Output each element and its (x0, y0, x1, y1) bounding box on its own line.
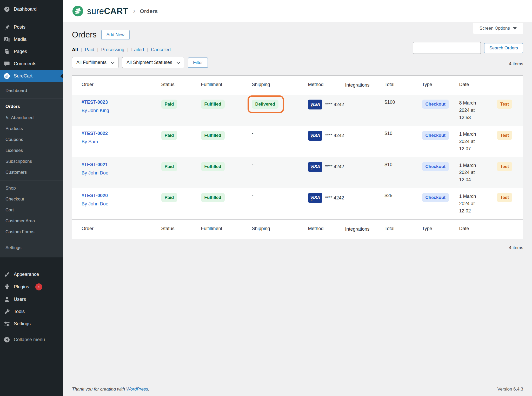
column-footer-shipping: Shipping (249, 219, 305, 239)
surecart-logo-icon (72, 5, 84, 17)
view-link-paid[interactable]: Paid (85, 47, 94, 53)
submenu-item-products[interactable]: Products (0, 123, 63, 134)
order-date: 8 March 2024 at 12:53 (459, 100, 483, 121)
sidebar-item-dashboard[interactable]: Dashboard (0, 3, 63, 15)
submenu-item-dashboard[interactable]: Dashboard (0, 85, 63, 96)
search-input[interactable] (413, 42, 481, 54)
sidebar-item-appearance[interactable]: Appearance (0, 268, 63, 281)
submenu-item-coupons[interactable]: Coupons (0, 134, 63, 145)
status-badge: Paid (161, 162, 177, 171)
search-cluster: Search Orders (413, 42, 523, 54)
submenu-item-subscriptions[interactable]: Subscriptions (0, 156, 63, 167)
comment-icon (4, 61, 10, 67)
sidebar-item-comments[interactable]: Comments (0, 58, 63, 70)
sidebar-item-tools[interactable]: Tools (0, 306, 63, 318)
items-count-top: 4 items (509, 61, 523, 67)
admin-sidebar: Dashboard Posts Media Pages (0, 0, 63, 396)
test-mode-badge: Test (497, 162, 513, 171)
submenu-item-custom-forms[interactable]: Custom Forms (0, 226, 63, 237)
submenu-item-licenses[interactable]: Licenses (0, 145, 63, 156)
footer-thanks: Thank you for creating with WordPress. (72, 387, 149, 392)
column-header-order: Order (72, 76, 158, 95)
sidebar-item-settings[interactable]: Settings (0, 318, 63, 330)
view-link-processing[interactable]: Processing (101, 47, 124, 53)
status-badge: Paid (161, 100, 177, 109)
column-footer-fulfillment: Fulfillment (198, 219, 249, 239)
test-mode-badge: Test (497, 100, 513, 109)
wordpress-link[interactable]: WordPress (126, 387, 148, 392)
order-link[interactable]: #TEST-0020 (82, 193, 155, 198)
visa-icon: VISA (308, 131, 322, 141)
status-badge: Paid (161, 193, 177, 202)
submenu-item-checkout[interactable]: Checkout (0, 194, 63, 205)
admin-menu: Dashboard Posts Media Pages (0, 0, 63, 346)
view-link-failed[interactable]: Failed (131, 47, 144, 53)
column-header-status: Status (158, 76, 198, 95)
table-footer-row: Order Status Fulfillment Shipping Method… (72, 219, 523, 239)
sidebar-item-label: Plugins (14, 284, 29, 290)
plugins-update-badge: 1 (35, 283, 42, 290)
filter-button[interactable]: Filter (188, 57, 208, 68)
order-link[interactable]: #TEST-0023 (82, 100, 155, 105)
submenu-divider (0, 99, 63, 99)
shipment-status-select[interactable]: All Shipment Statuses (122, 57, 184, 68)
collapse-menu-button[interactable]: Collapse menu (0, 334, 63, 346)
card-last4: **** 4242 (325, 164, 344, 170)
view-link-canceled[interactable]: Canceled (151, 47, 171, 53)
media-icon (4, 36, 10, 43)
column-header-integrations: Integrations (342, 76, 381, 95)
fulfillment-badge: Fulfilled (201, 131, 225, 140)
search-orders-button[interactable]: Search Orders (484, 43, 523, 53)
user-icon (4, 296, 10, 303)
submenu-item-customer-area[interactable]: Customer Area (0, 216, 63, 226)
sidebar-item-media[interactable]: Media (0, 33, 63, 46)
order-link[interactable]: #TEST-0021 (82, 162, 155, 167)
submenu-item-cart[interactable]: Cart (0, 205, 63, 216)
order-total: $10 (385, 131, 393, 136)
admin-menu-bottom: Appearance Plugins 1 Users (0, 268, 63, 346)
card-last4: **** 4242 (325, 102, 344, 107)
type-badge: Checkout (422, 193, 449, 202)
fulfillment-badge: Fulfilled (201, 100, 225, 109)
sidebar-item-plugins[interactable]: Plugins 1 (0, 281, 63, 293)
submenu-divider (0, 240, 63, 240)
card-last4: **** 4242 (325, 195, 344, 201)
submenu-item-abandoned[interactable]: ↳Abandoned (0, 112, 63, 123)
order-total: $25 (385, 193, 393, 198)
customer-link[interactable]: By John Doe (82, 170, 155, 176)
add-new-button[interactable]: Add New (101, 30, 130, 40)
sidebar-item-pages[interactable]: Pages (0, 46, 63, 58)
customer-link[interactable]: By John King (82, 108, 155, 113)
fulfillment-select[interactable]: All Fulfillments (72, 57, 118, 68)
customer-link[interactable]: By John Doe (82, 201, 155, 207)
surecart-icon (4, 73, 10, 79)
shipping-empty: - (252, 193, 254, 198)
integrations-cell (342, 126, 381, 157)
plugin-header: sureCART › Orders (63, 0, 532, 22)
order-link[interactable]: #TEST-0022 (82, 131, 155, 136)
submenu-item-orders[interactable]: Orders (0, 101, 63, 112)
column-header-method: Method (305, 76, 342, 95)
sidebar-item-users[interactable]: Users (0, 293, 63, 306)
sidebar-item-posts[interactable]: Posts (0, 21, 63, 33)
shipping-badge: Delivered (252, 100, 279, 109)
breadcrumb-current: Orders (140, 8, 158, 14)
surecart-logo[interactable]: sureCART (72, 5, 128, 17)
submenu-item-settings[interactable]: Settings (0, 242, 63, 253)
wordpress-admin-page: Dashboard Posts Media Pages (0, 0, 532, 396)
submenu-item-customers[interactable]: Customers (0, 167, 63, 178)
test-mode-badge: Test (497, 131, 513, 140)
submenu-item-shop[interactable]: Shop (0, 183, 63, 194)
column-header-total: Total (381, 76, 419, 95)
pages-icon (4, 48, 10, 55)
type-badge: Checkout (422, 100, 449, 109)
sidebar-item-label: SureCart (14, 73, 32, 79)
column-footer-status: Status (158, 219, 198, 239)
view-link-all[interactable]: All (72, 47, 78, 53)
fulfillment-badge: Fulfilled (201, 193, 225, 202)
customer-link[interactable]: By Sam (82, 139, 155, 145)
sidebar-item-surecart[interactable]: SureCart (0, 70, 63, 82)
screen-options-button[interactable]: Screen Options (473, 23, 523, 34)
table-header-row: Order Status Fulfillment Shipping Method… (72, 76, 523, 95)
sliders-icon (4, 321, 10, 327)
